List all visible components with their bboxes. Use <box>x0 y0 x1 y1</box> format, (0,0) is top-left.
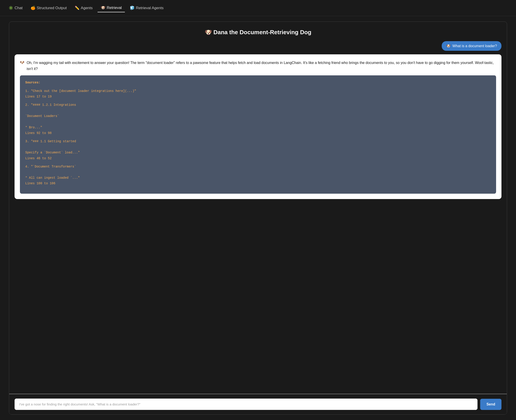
chat-window: 🐶 Dana the Document-Retrieving Dog 🐶 Wha… <box>9 22 507 415</box>
user-message-text: What is a document loader? <box>452 44 497 48</box>
retrieval-agents-emoji: 🧊 <box>130 6 135 10</box>
user-message-container: 🐶 What is a document loader? <box>9 39 507 54</box>
source-4-quote-line2: * All can ingest loaded `..." <box>25 175 491 181</box>
nav-item-retrieval-agents[interactable]: 🧊 Retrieval Agents <box>127 4 167 12</box>
assistant-message: 🐶 Oh, I'm wagging my tail with excitemen… <box>15 54 501 199</box>
retrieval-emoji: 🐶 <box>101 5 105 10</box>
page-title: Dana the Document-Retrieving Dog <box>213 29 311 36</box>
chat-input[interactable] <box>15 398 478 410</box>
sources-block: Sources: 1. "Check out the [document loa… <box>20 75 496 194</box>
source-entry-2: 2. "#### 1.2.1 Integrations `Document Lo… <box>25 102 491 136</box>
source-2-quote-line2: `Document Loaders` <box>25 113 491 119</box>
nav-item-agents[interactable]: ✏️ Agents <box>72 4 96 12</box>
sources-label: Sources: <box>25 80 491 85</box>
messages-area[interactable]: 🐶 Oh, I'm wagging my tail with excitemen… <box>9 54 507 394</box>
source-4-lines: Lines 100 to 106 <box>25 181 491 186</box>
structured-output-emoji: 🍊 <box>31 6 35 10</box>
chat-header: 🐶 Dana the Document-Retrieving Dog <box>9 22 507 39</box>
send-button[interactable]: Send <box>480 399 501 410</box>
source-2-lines: Lines 92 to 98 <box>25 130 491 136</box>
chat-input-area: Send <box>9 394 507 414</box>
user-message-emoji: 🐶 <box>446 44 451 48</box>
main-container: 🐶 Dana the Document-Retrieving Dog 🐶 Wha… <box>0 16 516 420</box>
nav-structured-output-label: Structured Output <box>37 6 67 10</box>
source-4-blank <box>25 170 491 175</box>
header-emoji: 🐶 <box>205 29 213 36</box>
nav-item-retrieval[interactable]: 🐶 Retrieval <box>98 4 125 12</box>
nav-bar: ✳️ Chat 🍊 Structured Output ✏️ Agents 🐶 … <box>0 0 516 16</box>
user-message-bubble: 🐶 What is a document loader? <box>442 41 501 51</box>
assistant-emoji: 🐶 <box>20 60 24 66</box>
assistant-message-text: Oh, I'm wagging my tail with excitement … <box>27 60 496 72</box>
source-1-quote: 1. "Check out the [document loader integ… <box>25 88 491 94</box>
source-3-blank <box>25 144 491 150</box>
source-2-blank <box>25 108 491 113</box>
source-2-quote-line3: * Bro..." <box>25 125 491 130</box>
nav-retrieval-label: Retrieval <box>107 6 122 10</box>
source-3-lines: Lines 46 to 52 <box>25 156 491 161</box>
nav-retrieval-agents-label: Retrieval Agents <box>136 6 164 10</box>
source-entry-1: 1. "Check out the [document loader integ… <box>25 88 491 99</box>
nav-agents-label: Agents <box>81 6 93 10</box>
nav-item-chat[interactable]: ✳️ Chat <box>5 4 26 12</box>
assistant-message-header: 🐶 Oh, I'm wagging my tail with excitemen… <box>20 60 496 72</box>
agents-emoji: ✏️ <box>75 6 79 10</box>
source-2-blank2 <box>25 119 491 125</box>
source-entry-4: 4. "`Document Transformers` * All can in… <box>25 164 491 187</box>
nav-item-structured-output[interactable]: 🍊 Structured Output <box>28 4 70 12</box>
chat-emoji: ✳️ <box>8 6 13 10</box>
nav-chat-label: Chat <box>15 6 23 10</box>
source-4-quote-line1: 4. "`Document Transformers` <box>25 164 491 170</box>
source-3-quote-line2: Specify a `Document` load..." <box>25 150 491 155</box>
source-3-quote-line1: 3. "### 1.1 Getting started <box>25 139 491 144</box>
source-entry-3: 3. "### 1.1 Getting started Specify a `D… <box>25 139 491 161</box>
source-1-lines: Lines 17 to 19 <box>25 94 491 99</box>
source-2-quote-line1: 2. "#### 1.2.1 Integrations <box>25 102 491 108</box>
